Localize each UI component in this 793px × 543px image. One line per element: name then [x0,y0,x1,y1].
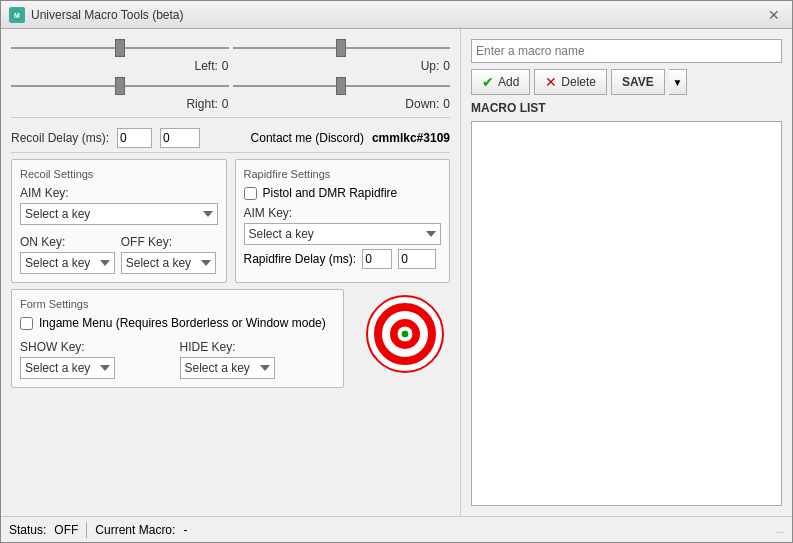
recoil-aim-key-label: AIM Key: [20,186,218,200]
recoil-delay-input1[interactable] [117,128,152,148]
discord-name: cmmlkc#3109 [372,131,450,145]
left-panel: Left: 0 Up: 0 Right: 0 [1,29,461,516]
rapidfire-delay-input1[interactable] [362,249,392,269]
target-image [360,289,450,379]
form-settings-box: Form Settings Ingame Menu (Requires Bord… [11,289,344,388]
recoil-settings-title: Recoil Settings [20,168,218,180]
hide-key-label: HIDE Key: [180,340,336,354]
left-slider-row: Left: 0 [11,39,229,73]
macro-list-box[interactable] [471,121,782,506]
up-label: Up: [421,59,440,73]
down-slider-row: Down: 0 [233,77,451,111]
check-icon: ✔ [482,74,494,90]
add-button[interactable]: ✔ Add [471,69,530,95]
delete-button[interactable]: ✕ Delete [534,69,607,95]
recoil-delay-label: Recoil Delay (ms): [11,131,109,145]
title-bar: M Universal Macro Tools (beta) ✕ [1,1,792,29]
up-slider[interactable] [233,39,451,57]
rapidfire-delay-label: Rapidfire Delay (ms): [244,252,357,266]
rapidfire-checkbox-label: Pistol and DMR Rapidfire [263,186,398,200]
rapidfire-checkbox[interactable] [244,187,257,200]
discord-info: Contact me (Discord) cmmlkc#3109 [251,131,450,145]
form-settings-row: Form Settings Ingame Menu (Requires Bord… [11,289,450,388]
rapidfire-checkbox-row: Pistol and DMR Rapidfire [244,186,442,200]
current-macro-value: - [183,523,187,537]
left-label: Left: [194,59,217,73]
x-icon: ✕ [545,74,557,90]
recoil-settings-box: Recoil Settings AIM Key: Select a key ON… [11,159,227,283]
left-value: 0 [222,59,229,73]
macro-buttons: ✔ Add ✕ Delete SAVE ▼ [471,69,782,95]
add-label: Add [498,75,519,89]
right-panel: ✔ Add ✕ Delete SAVE ▼ MACRO LIST [461,29,792,516]
recoil-aim-key-select[interactable]: Select a key [20,203,218,225]
ingame-menu-label: Ingame Menu (Requires Borderless or Wind… [39,316,326,330]
recoil-delay-row: Recoil Delay (ms): Contact me (Discord) … [11,124,450,153]
macro-list-title: MACRO LIST [471,101,782,115]
rapidfire-settings-title: Rapidfire Settings [244,168,442,180]
up-value: 0 [443,59,450,73]
right-slider[interactable] [11,77,229,95]
settings-row: Recoil Settings AIM Key: Select a key ON… [11,159,450,283]
hide-key-select[interactable]: Select a key [180,357,275,379]
up-slider-row: Up: 0 [233,39,451,73]
sliders-section: Left: 0 Up: 0 Right: 0 [11,39,450,118]
main-window: M Universal Macro Tools (beta) ✕ Left: 0 [0,0,793,543]
show-hide-row: SHOW Key: Select a key HIDE Key: Select … [20,336,335,379]
left-slider[interactable] [11,39,229,57]
save-button[interactable]: SAVE [611,69,665,95]
app-icon: M [9,7,25,23]
close-button[interactable]: ✕ [764,5,784,25]
status-value: OFF [54,523,78,537]
svg-point-7 [401,330,409,338]
window-title: Universal Macro Tools (beta) [31,8,764,22]
recoil-delay-input2[interactable] [160,128,200,148]
rapidfire-settings-box: Rapidfire Settings Pistol and DMR Rapidf… [235,159,451,283]
save-label: SAVE [622,75,654,89]
off-key-select[interactable]: Select a key [121,252,216,274]
on-off-row: ON Key: Select a key OFF Key: Select a k… [20,231,218,274]
status-divider [86,522,87,538]
save-dropdown-button[interactable]: ▼ [669,69,687,95]
down-label: Down: [405,97,439,111]
status-dots: ... [776,524,784,535]
right-slider-row: Right: 0 [11,77,229,111]
form-settings-title: Form Settings [20,298,335,310]
rapidfire-aim-key-label: AIM Key: [244,206,442,220]
discord-label: Contact me (Discord) [251,131,364,145]
down-slider[interactable] [233,77,451,95]
macro-name-input[interactable] [471,39,782,63]
on-key-select[interactable]: Select a key [20,252,115,274]
off-key-label: OFF Key: [121,235,218,249]
rapidfire-delay-row: Rapidfire Delay (ms): [244,249,442,269]
current-macro-label: Current Macro: [95,523,175,537]
show-key-label: SHOW Key: [20,340,176,354]
rapidfire-delay-input2[interactable] [398,249,436,269]
show-key-select[interactable]: Select a key [20,357,115,379]
svg-text:M: M [14,12,20,19]
right-label: Right: [186,97,217,111]
down-value: 0 [443,97,450,111]
ingame-menu-checkbox-row: Ingame Menu (Requires Borderless or Wind… [20,316,335,330]
delete-label: Delete [561,75,596,89]
ingame-menu-checkbox[interactable] [20,317,33,330]
on-key-label: ON Key: [20,235,117,249]
right-value: 0 [222,97,229,111]
status-bar: Status: OFF Current Macro: - ... [1,516,792,542]
content-area: Left: 0 Up: 0 Right: 0 [1,29,792,516]
rapidfire-aim-key-select[interactable]: Select a key [244,223,442,245]
status-label: Status: [9,523,46,537]
